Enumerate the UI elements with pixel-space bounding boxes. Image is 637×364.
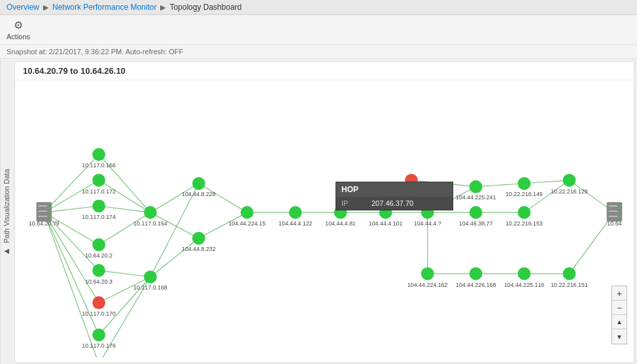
actions-button[interactable]: ⚙ Actions [7,19,30,41]
svg-point-72 [241,206,254,219]
svg-line-2 [44,206,99,212]
svg-point-48 [92,148,105,161]
svg-line-35 [524,180,569,184]
svg-text:10.22.216.153: 10.22.216.153 [506,220,543,227]
svg-point-93 [518,206,531,219]
collapse-arrow[interactable]: ▶ [4,248,9,256]
hop-tooltip-header: HOP [336,182,453,197]
svg-point-87 [470,206,483,219]
node-n10[interactable]: 10.117.0.168 [133,271,167,291]
node-n12[interactable]: 104.44.8.232 [182,232,216,253]
svg-text:104.44.226.168: 104.44.226.168 [456,282,496,288]
svg-text:10.64.20.3: 10.64.20.3 [85,278,112,285]
svg-point-91 [518,177,531,190]
breadcrumb-sep-1: ▶ [43,3,48,12]
svg-text:104.44.4.81: 104.44.4.81 [325,220,356,227]
svg-point-105 [617,210,620,212]
actions-label: Actions [7,33,30,41]
topology-svg: 10.64.20.7910.117.0.16610.117.0.17210.11… [15,80,634,357]
svg-text:10.117.0.176: 10.117.0.176 [82,342,116,349]
node-n3[interactable]: 10.117.0.174 [82,199,116,220]
svg-point-74 [289,206,302,219]
node-n25[interactable]: 104.44.225.116 [504,267,545,288]
main-content: ▶ Path Visualization Data 10.64.20.79 to… [0,59,637,364]
svg-text:104.44.4.?: 104.44.4.? [414,220,441,227]
topology-area: 10.64.20.7910.117.0.16610.117.0.17210.11… [15,80,634,357]
svg-point-54 [92,239,105,252]
svg-line-1 [44,180,99,212]
svg-line-19 [150,239,199,277]
svg-point-97 [563,174,576,187]
node-n18[interactable]: 104.44.224.162 [407,267,448,288]
node-n21[interactable]: 104.46.38.77 [459,206,493,227]
pan-up-button[interactable]: ▲ [612,315,627,329]
svg-text:104.46.38.77: 104.46.38.77 [459,220,493,227]
svg-text:104.44.8.232: 104.44.8.232 [182,246,216,252]
svg-text:104.44.224.15: 104.44.224.15 [228,220,266,227]
svg-text:10.22.216.129: 10.22.216.129 [551,188,588,195]
svg-line-12 [99,271,150,277]
svg-point-56 [92,264,105,277]
svg-text:10.117.0.170: 10.117.0.170 [82,310,116,317]
svg-point-103 [617,205,620,207]
svg-point-50 [92,174,105,187]
svg-line-32 [476,184,525,187]
svg-point-107 [617,215,620,218]
svg-point-58 [92,296,105,309]
node-n11[interactable]: 104.44.8.228 [182,177,216,198]
node-n14[interactable]: 104.44.4.122 [279,206,313,227]
svg-point-52 [92,199,105,212]
breadcrumb-npm[interactable]: Network Performance Monitor [52,3,156,12]
zoom-out-button[interactable]: − [612,301,627,315]
svg-text:10.64: 10.64 [607,220,621,227]
svg-line-20 [199,184,247,212]
node-n22[interactable]: 104.44.226.168 [456,267,496,288]
breadcrumb: Overview ▶ Network Performance Monitor ▶… [0,0,637,15]
side-panel-label[interactable]: ▶ Path Visualization Data [0,59,12,364]
breadcrumb-overview[interactable]: Overview [7,3,39,12]
svg-point-82 [421,267,434,280]
svg-text:10.117.0.174: 10.117.0.174 [82,214,116,220]
node-n24[interactable]: 10.22.216.153 [506,206,543,227]
path-visualization-label: Path Visualization Data [3,169,10,243]
svg-text:10.64.20.79: 10.64.20.79 [29,220,60,227]
svg-point-46 [47,215,50,218]
snapshot-text: Snapshot at: 2/21/2017, 9:36:22 PM. Auto… [7,48,183,56]
node-n6[interactable]: 10.117.0.170 [82,296,116,317]
zoom-controls: + − ▲ ▼ [611,286,627,344]
svg-line-9 [99,180,150,212]
actions-icon: ⚙ [14,19,23,31]
svg-point-89 [470,267,483,280]
svg-text:104.44.225.241: 104.44.225.241 [456,194,496,201]
svg-point-66 [144,271,157,284]
svg-point-64 [144,206,157,219]
svg-point-60 [92,329,105,342]
node-n23[interactable]: 10.22.216.149 [506,177,543,198]
svg-text:104.44.8.228: 104.44.8.228 [182,191,216,197]
svg-text:10.117.0.172: 10.117.0.172 [82,188,116,195]
zoom-in-button[interactable]: + [612,286,627,301]
svg-point-99 [563,267,576,280]
hop-tooltip-ip-label: IP [341,199,361,207]
node-n2[interactable]: 10.117.0.172 [82,174,116,195]
node-n13[interactable]: 104.44.224.15 [228,206,266,227]
node-n27[interactable]: 10.22.216.151 [551,267,588,288]
svg-text:10.117.0.168: 10.117.0.168 [133,284,167,291]
node-n26[interactable]: 10.22.216.129 [551,174,588,195]
svg-point-70 [192,232,205,245]
svg-text:10.64.20.2: 10.64.20.2 [85,252,112,259]
node-n5[interactable]: 10.64.20.3 [85,264,112,285]
pan-down-button[interactable]: ▼ [612,329,627,344]
node-n20[interactable]: 104.44.225.241 [456,180,496,201]
breadcrumb-topology: Topology Dashboard [169,3,241,12]
node-n28[interactable]: 10.64 [607,202,623,226]
node-n9[interactable]: 10.117.0.164 [133,206,167,227]
svg-text:10.22.216.151: 10.22.216.151 [551,282,588,288]
node-n1[interactable]: 10.117.0.166 [82,148,116,169]
hop-tooltip-ip-row: IP 207.46.37.70 [336,197,453,210]
svg-text:10.117.0.166: 10.117.0.166 [82,162,116,169]
svg-point-95 [518,267,531,280]
node-n4[interactable]: 10.64.20.2 [85,239,112,259]
svg-text:104.44.225.116: 104.44.225.116 [504,282,545,288]
svg-text:104.44.224.162: 104.44.224.162 [407,282,448,288]
